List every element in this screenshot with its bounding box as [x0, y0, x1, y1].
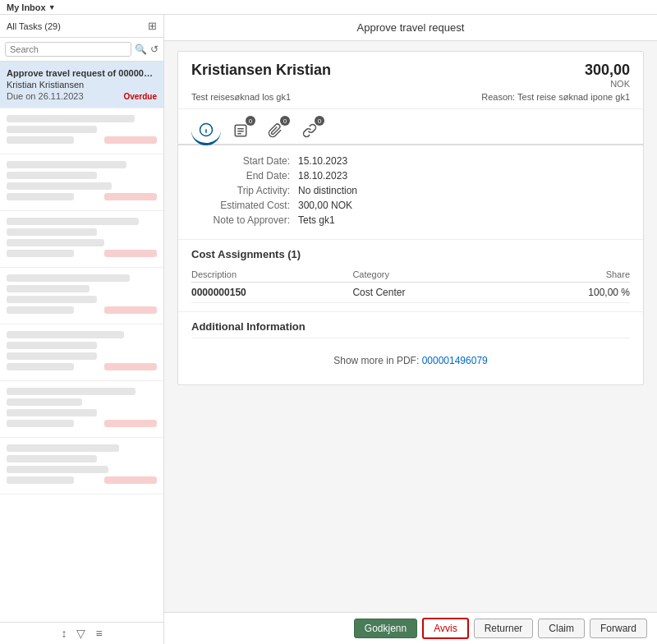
- tab-link[interactable]: 0: [295, 116, 324, 145]
- detail-fields: Start Date: 15.10.2023 End Date: 18.10.2…: [178, 145, 643, 240]
- returner-button[interactable]: Returner: [474, 619, 534, 638]
- list-item[interactable]: [0, 211, 163, 268]
- inbox-label: My Inbox: [7, 2, 46, 12]
- field-end-date: End Date: 18.10.2023: [191, 170, 630, 182]
- claim-button[interactable]: Claim: [538, 619, 585, 638]
- list-item[interactable]: [0, 268, 163, 324]
- tab-list[interactable]: 0: [226, 116, 255, 145]
- cost-assignments-title: Cost Assignments (1): [191, 248, 630, 260]
- right-content: Kristiansen Kristian 300,00 NOK Test rei…: [164, 41, 657, 612]
- subtitle-left: Test reisesøknad los gk1: [191, 92, 291, 102]
- col-category: Category: [352, 267, 507, 283]
- tab-link-badge: 0: [315, 116, 324, 126]
- task-item-active[interactable]: Approve travel request of 0000005008 fro…: [0, 62, 163, 108]
- field-note-approver: Note to Approver: Tets gk1: [191, 214, 630, 226]
- action-bar: Godkjenn Avvis Returner Claim Forward: [164, 612, 657, 644]
- tab-attachment[interactable]: 0: [260, 116, 290, 145]
- task-list-header: All Tasks (29) ⊞: [0, 15, 163, 38]
- right-panel: Approve travel request Kristiansen Krist…: [164, 15, 657, 644]
- list-item[interactable]: [0, 324, 163, 381]
- subtitle-right: Reason: Test reise søknad ipone gk1: [481, 92, 630, 102]
- menu-icon[interactable]: ≡: [95, 627, 102, 640]
- tab-list-badge: 0: [246, 116, 255, 126]
- sort-icon[interactable]: ↕: [61, 627, 67, 640]
- godkjenn-button[interactable]: Godkjenn: [354, 619, 417, 638]
- cost-category: Cost Center: [352, 283, 507, 303]
- search-bar: 🔍 ↺: [0, 38, 163, 62]
- active-task-title: Approve travel request of 0000005008 fro…: [7, 68, 157, 78]
- table-row: 0000000150 Cost Center 100,00 %: [191, 283, 630, 303]
- col-share: Share: [508, 267, 630, 283]
- cost-description: 0000000150: [191, 283, 352, 303]
- filter-bottom-icon[interactable]: ▽: [76, 627, 85, 640]
- list-item[interactable]: [0, 381, 163, 438]
- pdf-row: Show more in PDF: 000001496079: [191, 345, 630, 376]
- search-input[interactable]: [5, 42, 131, 57]
- left-panel: All Tasks (29) ⊞ 🔍 ↺ Approve travel requ…: [0, 15, 164, 644]
- tabs-row: 0 0 0: [178, 109, 643, 145]
- search-icon[interactable]: 🔍: [135, 44, 147, 55]
- detail-top: Kristiansen Kristian 300,00 NOK Test rei…: [178, 52, 643, 109]
- active-task-due: Due on 26.11.2023 Overdue: [7, 91, 157, 101]
- avvis-button[interactable]: Avvis: [422, 618, 468, 639]
- tab-info[interactable]: [191, 116, 221, 145]
- detail-card: Kristiansen Kristian 300,00 NOK Test rei…: [177, 51, 644, 385]
- overdue-badge: Overdue: [123, 92, 157, 101]
- additional-info-section: Additional Information Show more in PDF:…: [178, 312, 643, 384]
- amount-currency: NOK: [585, 79, 630, 89]
- panel-title: Approve travel request: [357, 21, 465, 34]
- cost-assignments-table: Description Category Share 0000000150 Co…: [191, 267, 630, 303]
- person-name: Kristiansen Kristian: [191, 62, 331, 79]
- field-estimated-cost: Estimated Cost: 300,00 NOK: [191, 200, 630, 211]
- task-list: Approve travel request of 0000005008 fro…: [0, 62, 163, 622]
- cost-assignments-section: Cost Assignments (1) Description Categor…: [178, 240, 643, 312]
- task-count: All Tasks (29): [7, 21, 61, 31]
- active-task-person: Kristian Kristiansen: [7, 80, 157, 90]
- pdf-label: Show more in PDF:: [333, 355, 419, 366]
- left-bottom-bar: ↕ ▽ ≡: [0, 622, 163, 644]
- right-header: Approve travel request: [164, 15, 657, 41]
- filter-icon[interactable]: ⊞: [148, 20, 157, 32]
- list-item[interactable]: [0, 108, 163, 154]
- inbox-dropdown-icon[interactable]: ▼: [48, 3, 56, 12]
- field-trip-activity: Trip Activity: No distinction: [191, 185, 630, 196]
- field-start-date: Start Date: 15.10.2023: [191, 155, 630, 167]
- forward-button[interactable]: Forward: [590, 619, 647, 638]
- cost-share: 100,00 %: [508, 283, 630, 303]
- tab-attachment-badge: 0: [280, 116, 290, 126]
- refresh-icon[interactable]: ↺: [150, 44, 159, 55]
- list-item[interactable]: [0, 438, 163, 494]
- amount-block: 300,00 NOK: [585, 62, 630, 89]
- additional-info-title: Additional Information: [191, 320, 630, 338]
- list-item[interactable]: [0, 154, 163, 211]
- amount-value: 300,00: [585, 62, 630, 79]
- pdf-link[interactable]: 000001496079: [422, 355, 488, 366]
- top-bar: My Inbox ▼: [0, 0, 657, 15]
- col-description: Description: [191, 267, 352, 283]
